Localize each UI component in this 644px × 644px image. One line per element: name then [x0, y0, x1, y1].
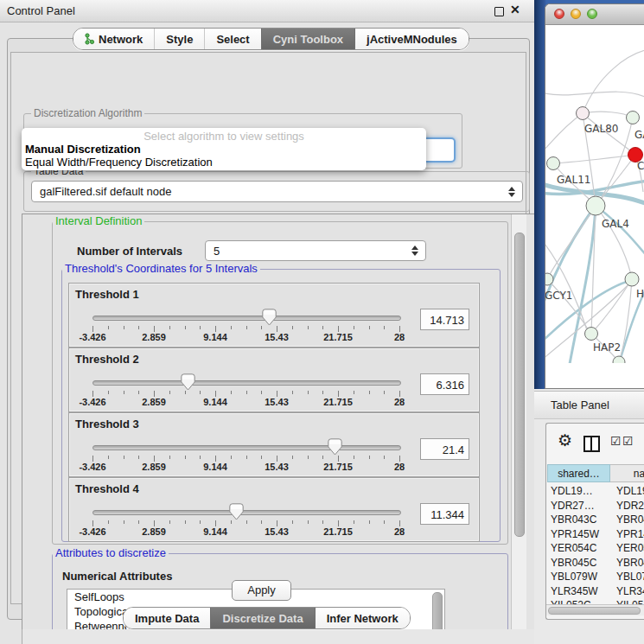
threshold-panel-2: Threshold 2-3.4262.8599.14415.4321.71528… — [68, 348, 480, 412]
columns-icon[interactable] — [583, 436, 600, 452]
network-edge[interactable] — [553, 155, 635, 163]
threshold-value-field[interactable]: 21.4 — [420, 438, 469, 460]
float-window-icon[interactable] — [494, 7, 504, 16]
tab-label: Infer Network — [327, 612, 399, 625]
threshold-value-field[interactable]: 11.344 — [420, 503, 469, 525]
zoom-window-button-icon[interactable] — [587, 9, 597, 19]
table-cell: YBL07 — [610, 570, 644, 584]
slider-tick — [292, 520, 293, 524]
slider-tick-label: 28 — [373, 397, 425, 407]
dropdown-option-equal-width-frequency[interactable]: Equal Width/Frequency Discretization — [25, 156, 213, 169]
close-icon[interactable]: ✕ — [510, 3, 520, 16]
tab-jactivemnodules[interactable]: jActiveMNodules — [354, 29, 469, 49]
slider-tick-label: 28 — [373, 526, 425, 537]
network-window-titlebar[interactable] — [545, 4, 644, 25]
apply-button[interactable]: Apply — [232, 580, 291, 601]
network-node[interactable] — [627, 112, 640, 124]
slider-tick — [399, 520, 400, 526]
column-header-1[interactable]: shared… — [547, 464, 610, 482]
slider-tick — [215, 391, 216, 397]
tab-network[interactable]: Network — [73, 29, 154, 49]
network-node[interactable] — [545, 273, 553, 285]
table-row[interactable]: YER054CYER05 — [547, 541, 644, 556]
slider-tick — [384, 520, 385, 524]
network-node-label: GAL11 — [557, 174, 590, 186]
tab-cyni-toolbox[interactable]: Cyni Toolbox — [261, 29, 354, 49]
minimize-window-button-icon[interactable] — [571, 9, 581, 19]
slider-tick — [308, 520, 309, 524]
slider-tick — [354, 520, 354, 524]
threshold-value-field[interactable]: 14.713 — [420, 309, 469, 330]
slider-tick — [185, 391, 186, 394]
slider-thumb[interactable] — [328, 438, 342, 456]
settings-scrollbar-track[interactable] — [511, 214, 526, 630]
table-cell: YLR34 — [610, 584, 644, 599]
slider-thumb[interactable] — [229, 503, 244, 520]
number-of-intervals-combobox[interactable]: 5 — [205, 240, 426, 261]
table-data-value: galFiltered.sif default node — [40, 185, 171, 198]
slider-tick — [108, 520, 109, 524]
table-hscrollbar-thumb[interactable] — [548, 607, 641, 615]
network-node[interactable] — [586, 196, 605, 215]
table-hscrollbar-track[interactable] — [546, 604, 644, 615]
slider-tick — [354, 391, 354, 394]
list-scrollbar-thumb[interactable] — [432, 592, 443, 631]
network-node[interactable] — [625, 272, 639, 286]
slider-tick — [338, 391, 339, 397]
table-cell: YDR27 — [610, 499, 644, 513]
network-edge[interactable] — [545, 92, 644, 97]
table-panel-title: Table Panel — [551, 399, 609, 411]
slider-track[interactable] — [92, 510, 401, 515]
network-node[interactable] — [547, 157, 560, 170]
tab-impute-data[interactable]: Impute Data — [124, 608, 210, 628]
table-data-combobox[interactable]: galFiltered.sif default node — [31, 181, 523, 202]
checkbox-icon[interactable]: ☑ — [622, 435, 634, 447]
table-row[interactable]: YBR045CYBR04 — [547, 556, 644, 571]
number-of-intervals-value: 5 — [214, 245, 220, 258]
table-row[interactable]: YBL079WYBL07 — [547, 570, 644, 584]
tab-infer-network[interactable]: Infer Network — [315, 608, 410, 628]
spinner-arrows-icon — [507, 186, 515, 198]
table-row[interactable]: YDL19…YDL19 — [547, 484, 644, 499]
checkbox-icon[interactable]: ☑ — [610, 435, 622, 447]
network-edge[interactable] — [596, 206, 644, 257]
slider-thumb[interactable] — [181, 373, 195, 391]
network-node-label: HIS4 — [636, 288, 644, 300]
slider-tick — [200, 456, 201, 459]
table-row[interactable]: YPR145WYPR14 — [547, 527, 644, 542]
slider-track[interactable] — [92, 316, 401, 321]
table-row[interactable]: YLR345WYLR34 — [547, 584, 644, 599]
network-edge[interactable] — [583, 112, 633, 118]
network-canvas[interactable]: GAL80GAL3CYC8GAL11GAL4GCY1HIS4HAP2 — [545, 25, 644, 363]
tab-style[interactable]: Style — [154, 29, 204, 49]
network-edge[interactable] — [583, 49, 644, 113]
table-cell: YBR04 — [610, 513, 644, 527]
table-row[interactable]: YBR043CYBR04 — [547, 513, 644, 527]
network-edge[interactable] — [545, 113, 583, 153]
threshold-value-field[interactable]: 6.316 — [420, 373, 469, 395]
slider-track[interactable] — [92, 445, 401, 450]
column-header-2[interactable]: na… — [610, 464, 644, 482]
dropdown-option-manual-discretization[interactable]: Manual Discretization — [25, 143, 141, 156]
tab-select[interactable]: Select — [204, 29, 260, 49]
slider-tick — [399, 456, 400, 462]
tab-discretize-data[interactable]: Discretize Data — [210, 608, 314, 628]
network-edge[interactable] — [619, 291, 644, 363]
network-node[interactable] — [577, 107, 590, 120]
threshold-panel-3: Threshold 3-3.4262.8599.14415.4321.71528… — [68, 412, 480, 477]
gear-icon[interactable]: ⚙ — [558, 432, 572, 449]
network-edge[interactable] — [596, 206, 632, 279]
slider-tick-label: 9.144 — [189, 526, 241, 537]
network-node-label: HAP2 — [593, 341, 621, 354]
slider-track[interactable] — [92, 380, 401, 386]
slider-tick — [292, 391, 293, 394]
network-node[interactable] — [585, 328, 598, 341]
table-row[interactable]: YDR27…YDR27 — [547, 499, 644, 513]
slider-tick-label: 21.715 — [312, 397, 364, 407]
settings-scrollbar-thumb[interactable] — [514, 233, 525, 537]
slider-thumb[interactable] — [262, 309, 277, 326]
slider-tick-label: -3.426 — [67, 462, 118, 472]
close-window-button-icon[interactable] — [554, 9, 564, 19]
slider-tick — [384, 456, 385, 459]
slider-tick-label: 15.43 — [251, 462, 303, 472]
